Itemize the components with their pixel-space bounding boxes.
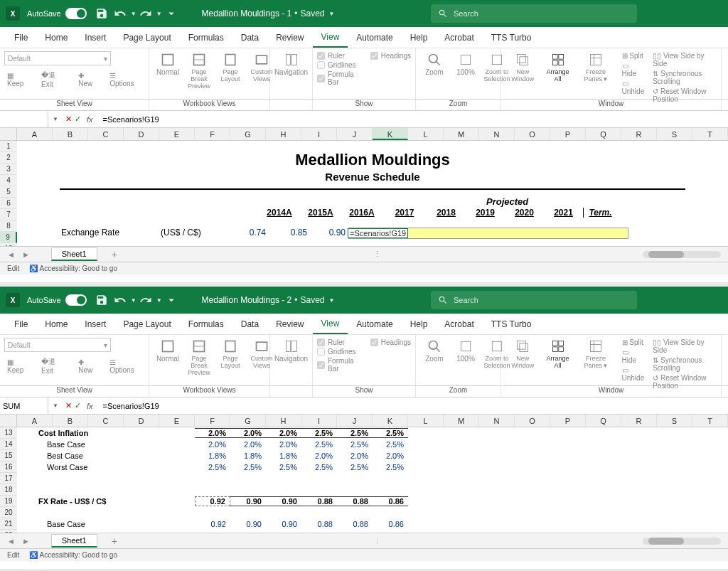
unhide-button[interactable]: ▭ Unhide <box>619 365 648 383</box>
new-view-button[interactable]: ✚ New <box>75 70 102 89</box>
cell-value[interactable]: 1.8% <box>195 452 230 460</box>
cell-value[interactable]: 0.86 <box>373 520 408 528</box>
row-header-13[interactable]: 13 <box>0 427 17 439</box>
cell-value[interactable]: 2.5% <box>373 440 408 449</box>
add-sheet-icon[interactable]: + <box>112 249 117 260</box>
row-header-14[interactable]: 14 <box>0 439 17 450</box>
freeze-panes-button[interactable]: Freeze Panes ▾ <box>575 338 616 370</box>
cell-value[interactable]: 0.90 <box>266 496 301 506</box>
undo-icon[interactable] <box>114 294 127 306</box>
column-header-R[interactable]: R <box>621 415 657 427</box>
column-header-E[interactable]: E <box>159 415 195 427</box>
row-header-17[interactable]: 17 <box>0 473 17 484</box>
menu-view[interactable]: View <box>313 314 348 334</box>
normal-view-button[interactable]: Normal <box>154 51 182 78</box>
keep-button[interactable]: ▦ Keep <box>4 70 34 89</box>
headings-checkbox[interactable]: Headings <box>370 338 411 347</box>
undo-dropdown-icon[interactable]: ▼ <box>131 297 136 304</box>
column-header-M[interactable]: M <box>444 128 479 140</box>
hide-button[interactable]: ▭ Hide <box>619 61 648 78</box>
row-header-7[interactable]: 7 <box>0 209 17 220</box>
cell-value[interactable]: 2.0% <box>195 428 230 438</box>
undo-icon[interactable] <box>114 7 127 20</box>
row-header-1[interactable]: 1 <box>0 141 17 152</box>
document-title[interactable]: Medallion Mouldings - 2 • Saved ▼ <box>202 295 335 305</box>
redo-dropdown-icon[interactable]: ▼ <box>156 11 162 17</box>
cell-value[interactable]: 0.89 <box>266 531 301 533</box>
unhide-button[interactable]: ▭ Unhide <box>619 79 648 96</box>
name-box[interactable] <box>0 111 48 127</box>
fx-icon[interactable]: fx <box>87 115 93 124</box>
cell-value[interactable]: 2.0% <box>266 428 301 438</box>
navigation-button[interactable]: Navigation <box>274 338 308 364</box>
column-header-E[interactable]: E <box>159 128 195 140</box>
column-header-D[interactable]: D <box>124 415 159 427</box>
options-button[interactable]: ☰ Options <box>107 356 144 375</box>
hide-button[interactable]: ▭ Hide <box>619 348 648 365</box>
menu-automate[interactable]: Automate <box>348 28 401 47</box>
row-header-20[interactable]: 20 <box>0 507 17 518</box>
cell-value[interactable]: 1.8% <box>230 452 266 460</box>
arrange-all-button[interactable]: Arrange All <box>543 51 573 84</box>
column-header-F[interactable]: F <box>195 128 230 140</box>
fx-icon[interactable]: fx <box>87 402 93 410</box>
column-header-S[interactable]: S <box>657 415 692 427</box>
row-header-15[interactable]: 15 <box>0 450 17 461</box>
column-header-O[interactable]: O <box>515 128 550 140</box>
menu-home[interactable]: Home <box>36 28 76 47</box>
column-header-R[interactable]: R <box>621 128 657 140</box>
save-icon[interactable] <box>95 294 108 306</box>
column-header-N[interactable]: N <box>479 415 515 427</box>
formula-bar-checkbox[interactable]: Formula Bar <box>317 70 362 87</box>
column-header-J[interactable]: J <box>337 128 373 140</box>
column-header-L[interactable]: L <box>408 415 444 427</box>
cell-value[interactable]: 2.0% <box>337 452 373 460</box>
cell-value[interactable]: 2.5% <box>337 463 373 471</box>
cell-value[interactable]: 0.91 <box>195 531 230 533</box>
menu-formulas[interactable]: Formulas <box>180 315 232 333</box>
zoom-button[interactable]: Zoom <box>420 338 449 364</box>
search-box[interactable]: Search <box>431 4 637 23</box>
menu-tts-turbo[interactable]: TTS Turbo <box>483 315 540 333</box>
sheet-nav-next-icon[interactable]: ► <box>22 250 30 259</box>
column-header-A[interactable]: A <box>17 415 53 427</box>
cell-value[interactable]: 2.5% <box>337 440 373 449</box>
reset-position-button[interactable]: ↺ Reset Window Position <box>650 373 717 390</box>
page-layout-button[interactable]: Page Layout <box>216 51 245 84</box>
accessibility-status[interactable]: ♿ Accessibility: Good to go <box>29 265 117 272</box>
column-header-D[interactable]: D <box>124 128 159 140</box>
cell-value[interactable]: 0.90 <box>307 228 348 239</box>
sync-scroll-button[interactable]: ⇅ Synchronous Scrolling <box>650 356 717 373</box>
cancel-icon[interactable]: ✕ <box>65 114 72 124</box>
column-header-G[interactable]: G <box>230 128 266 140</box>
page-break-button[interactable]: Page Break Preview <box>185 51 213 91</box>
sheet-nav-prev-icon[interactable]: ◄ <box>7 250 15 259</box>
menu-help[interactable]: Help <box>402 315 437 333</box>
menu-review[interactable]: Review <box>267 315 312 333</box>
row-header-22[interactable]: 22 <box>0 530 17 533</box>
column-header-C[interactable]: C <box>88 128 124 140</box>
cell-value[interactable]: 0.86 <box>373 496 408 506</box>
cell-value[interactable]: 0.90 <box>230 496 266 506</box>
menu-tts-turbo[interactable]: TTS Turbo <box>483 28 540 47</box>
row-header-8[interactable]: 8 <box>0 220 17 232</box>
cell-value[interactable]: 2.0% <box>195 440 230 449</box>
save-icon[interactable] <box>95 7 108 20</box>
navigation-button[interactable]: Navigation <box>274 51 308 78</box>
row-header-3[interactable]: 3 <box>0 164 17 175</box>
menu-data[interactable]: Data <box>232 28 267 47</box>
row-header-21[interactable]: 21 <box>0 518 17 530</box>
cell-value[interactable]: 0.88 <box>337 496 373 506</box>
cell-value[interactable]: 2.5% <box>195 463 230 471</box>
new-window-button[interactable]: New Window <box>505 338 540 370</box>
zoom-button[interactable]: Zoom <box>420 51 449 78</box>
cell-value[interactable]: 0.85 <box>373 531 408 533</box>
cell-value[interactable]: 0.74 <box>225 228 266 239</box>
formula-bar-checkbox[interactable]: Formula Bar <box>317 356 362 373</box>
tab-options-icon[interactable]: ⋮ <box>373 536 381 545</box>
cell-value[interactable]: 0.88 <box>337 520 373 528</box>
column-header-H[interactable]: H <box>266 415 301 427</box>
new-view-button[interactable]: ✚ New <box>75 356 102 375</box>
menu-help[interactable]: Help <box>402 28 437 47</box>
cell-value[interactable]: 2.0% <box>230 440 266 449</box>
